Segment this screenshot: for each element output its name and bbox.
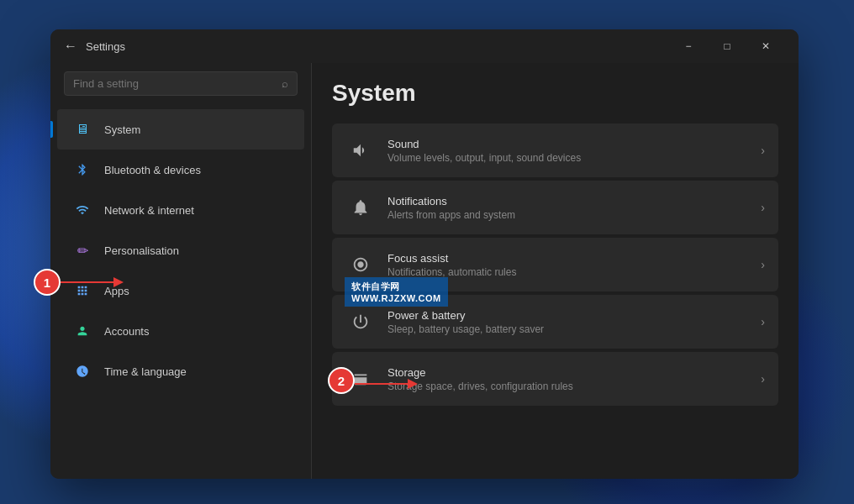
notifications-icon	[345, 192, 376, 223]
annotation-1: 1	[34, 269, 61, 296]
power-icon	[345, 307, 376, 337]
notifications-text: Notifications Alerts from apps and syste…	[387, 195, 761, 221]
notifications-desc: Alerts from apps and system	[387, 209, 761, 221]
power-chevron: ›	[761, 315, 765, 328]
title-bar: ← Settings − □ ✕	[50, 29, 799, 63]
sound-title: Sound	[387, 138, 761, 150]
sound-desc: Volume levels, output, input, sound devi…	[387, 152, 761, 164]
sidebar-item-label: Personalisation	[104, 244, 179, 257]
window-title: Settings	[86, 40, 125, 53]
settings-window: ← Settings − □ ✕ ⌕ 🖥 System	[50, 29, 799, 479]
sidebar-item-label: Network & internet	[104, 204, 194, 217]
storage-desc: Storage space, drives, configuration rul…	[387, 381, 761, 392]
right-content: System Sound Volume levels, output, inpu…	[312, 63, 799, 479]
personalisation-icon: ✏	[71, 239, 94, 262]
sidebar-item-label: Accounts	[104, 325, 149, 338]
sidebar-item-label: Time & language	[104, 365, 187, 378]
annotation-2: 2	[328, 367, 355, 394]
sidebar-item-system[interactable]: 🖥 System	[57, 109, 304, 150]
power-title: Power & battery	[387, 309, 761, 322]
arrow-2	[353, 375, 420, 392]
system-icon: 🖥	[71, 118, 94, 141]
focus-desc: Notifications, automatic rules	[387, 266, 761, 278]
sidebar-item-network[interactable]: Network & internet	[57, 190, 304, 230]
power-text: Power & battery Sleep, battery usage, ba…	[387, 309, 761, 335]
settings-item-sound[interactable]: Sound Volume levels, output, input, soun…	[332, 123, 778, 177]
sound-text: Sound Volume levels, output, input, soun…	[387, 138, 761, 164]
sidebar: ⌕ 🖥 System Bluetooth & devices Network &…	[50, 63, 311, 479]
accounts-icon	[71, 319, 94, 343]
focus-title: Focus assist	[387, 252, 761, 265]
settings-item-notifications[interactable]: Notifications Alerts from apps and syste…	[332, 181, 778, 234]
time-icon	[71, 360, 94, 383]
sidebar-item-label: System	[104, 123, 140, 136]
sound-icon	[345, 135, 376, 165]
page-title: System	[332, 80, 778, 107]
watermark-line2: WWW.RJZXW.COM	[351, 293, 441, 303]
close-button[interactable]: ✕	[746, 33, 785, 60]
minimize-button[interactable]: −	[669, 33, 708, 60]
sidebar-item-accounts[interactable]: Accounts	[57, 311, 304, 351]
sidebar-item-personalisation[interactable]: ✏ Personalisation	[57, 230, 304, 270]
search-icon: ⌕	[282, 77, 288, 90]
sidebar-item-label: Bluetooth & devices	[104, 164, 201, 176]
storage-chevron: ›	[761, 372, 765, 386]
arrow-1	[59, 274, 126, 291]
power-desc: Sleep, battery usage, battery saver	[387, 323, 761, 335]
back-button[interactable]: ←	[64, 39, 77, 54]
sound-chevron: ›	[761, 144, 765, 157]
notifications-chevron: ›	[761, 201, 765, 214]
notifications-title: Notifications	[387, 195, 761, 207]
focus-chevron: ›	[761, 258, 765, 271]
window-controls: − □ ✕	[669, 33, 785, 60]
watermark-line1: 软件自学网	[351, 281, 441, 293]
storage-title: Storage	[387, 366, 761, 379]
watermark: 软件自学网 WWW.RJZXW.COM	[345, 277, 448, 307]
sidebar-item-time[interactable]: Time & language	[57, 351, 304, 391]
focus-text: Focus assist Notifications, automatic ru…	[387, 252, 761, 278]
focus-icon	[345, 249, 376, 280]
search-box[interactable]: ⌕	[64, 71, 298, 96]
sidebar-item-bluetooth[interactable]: Bluetooth & devices	[57, 150, 304, 190]
storage-text: Storage Storage space, drives, configura…	[387, 366, 761, 392]
main-content: ⌕ 🖥 System Bluetooth & devices Network &…	[50, 63, 799, 479]
network-icon	[71, 198, 94, 222]
search-input[interactable]	[73, 77, 278, 90]
maximize-button[interactable]: □	[708, 33, 746, 60]
bluetooth-icon	[71, 158, 94, 181]
